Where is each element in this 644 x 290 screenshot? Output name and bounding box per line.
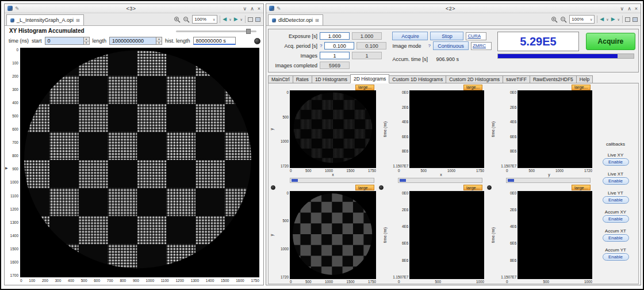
status-led bbox=[271, 185, 275, 190]
tab-help[interactable]: Help bbox=[576, 75, 593, 83]
navigate-forward-icon[interactable]: ▶ bbox=[611, 17, 615, 22]
tab-grid-icon[interactable]: ⊞ bbox=[76, 18, 80, 23]
cura-link[interactable]: CURA bbox=[466, 32, 486, 40]
zoom-level-select[interactable]: 100% ∨ bbox=[569, 15, 595, 24]
close-icon[interactable]: × bbox=[635, 6, 638, 12]
tick-label: 2E6 bbox=[510, 208, 516, 212]
large-button[interactable]: large... bbox=[355, 185, 374, 190]
acq-period-set-field[interactable]: 0.100 bbox=[324, 42, 354, 49]
tab-savetiff[interactable]: saveTIFF bbox=[503, 75, 530, 83]
tab-custom-2d-histograms[interactable]: Custom 2D Histograms bbox=[446, 75, 503, 83]
zmrc-link[interactable]: ZMRC bbox=[471, 42, 492, 50]
images-set-field[interactable]: 1 bbox=[320, 52, 350, 59]
tab-mainctrl[interactable]: MainCtrl bbox=[268, 75, 293, 83]
large-button[interactable]: large... bbox=[355, 85, 374, 90]
zoom-in-icon[interactable] bbox=[174, 16, 181, 23]
spin-down-icon[interactable]: ▼ bbox=[156, 41, 162, 45]
large-button[interactable]: large... bbox=[463, 185, 482, 190]
slider-thumb[interactable] bbox=[292, 179, 298, 182]
tab-rates[interactable]: Rates bbox=[293, 75, 312, 83]
enable-live-yt-button[interactable]: Enable bbox=[603, 196, 629, 204]
length-value[interactable]: 10000000000 bbox=[110, 37, 156, 44]
start-value[interactable]: 0 bbox=[45, 37, 83, 44]
tick-label: 0 bbox=[398, 280, 400, 284]
pin-view-icon[interactable] bbox=[625, 17, 630, 22]
navigate-back-icon[interactable]: ◀ bbox=[600, 17, 604, 22]
tick-label: 1300 bbox=[191, 278, 199, 284]
slider-thumb[interactable] bbox=[508, 179, 514, 182]
tab-grid-icon[interactable]: ⊞ bbox=[315, 18, 319, 23]
minimize-icon[interactable]: ∨ bbox=[243, 6, 247, 12]
tick-label: 4E6 bbox=[510, 120, 516, 124]
intensity-graph-window: ✎ <3> ∨ ∧ × _L_IntensityGraph_A.opi ⊞ 10… bbox=[4, 3, 264, 285]
close-icon[interactable]: × bbox=[258, 6, 260, 12]
zoom-level-select[interactable]: 100% ∨ bbox=[192, 15, 217, 24]
tab-2d-histograms[interactable]: 2D Histograms bbox=[350, 74, 389, 83]
navigate-back-icon[interactable]: ◀ bbox=[223, 17, 227, 22]
slider-thumb[interactable] bbox=[246, 29, 251, 34]
plot-slider[interactable] bbox=[398, 178, 482, 183]
acquire-button[interactable]: Acquire bbox=[392, 32, 428, 40]
slider-thumb[interactable] bbox=[400, 179, 406, 182]
enable-live-xt-button[interactable]: Enable bbox=[603, 177, 629, 185]
plot-slider[interactable] bbox=[506, 178, 591, 183]
stop-button[interactable]: Stop bbox=[430, 32, 463, 40]
titlebar[interactable]: ✎ <2> ∨ ∧ × bbox=[266, 4, 641, 13]
forward-history-chevron-icon[interactable]: ∨ bbox=[240, 17, 243, 21]
tab-custom-1d-histograms[interactable]: Custom 1D Histograms bbox=[389, 75, 446, 83]
status-led[interactable] bbox=[254, 38, 260, 44]
large-button[interactable]: large... bbox=[572, 85, 591, 90]
count-rate-display: 5.29E5 bbox=[497, 32, 579, 51]
zoom-out-icon[interactable] bbox=[183, 16, 190, 23]
help-icon[interactable]: ? bbox=[320, 43, 322, 48]
tick-label: 0E0 bbox=[510, 191, 516, 195]
plot-area bbox=[290, 90, 376, 168]
spin-down-icon[interactable]: ▼ bbox=[84, 41, 89, 45]
start-input[interactable]: 0 ▲▼ bbox=[45, 37, 90, 45]
image-mode-select[interactable]: Continuous bbox=[433, 41, 469, 50]
callback-label: Live XT bbox=[608, 171, 623, 177]
maximize-icon[interactable]: ∧ bbox=[627, 6, 631, 12]
zoom-out-icon[interactable] bbox=[560, 16, 567, 23]
y-axis-label: time (ns) bbox=[377, 191, 393, 280]
maximize-view-icon[interactable] bbox=[255, 17, 260, 22]
tick-label: 0 bbox=[506, 280, 508, 284]
back-history-chevron-icon[interactable]: ∨ bbox=[229, 17, 231, 21]
back-history-chevron-icon[interactable]: ∨ bbox=[606, 17, 608, 21]
pin-view-icon[interactable] bbox=[248, 17, 253, 22]
titlebar[interactable]: ✎ <3> ∨ ∧ × bbox=[5, 4, 263, 13]
length-input[interactable]: 10000000000 ▲▼ bbox=[109, 37, 162, 45]
tab-dld-detector-opi[interactable]: dldDetector.opi ⊞ bbox=[268, 14, 323, 25]
tick-label: 500 bbox=[305, 280, 312, 284]
help-icon[interactable]: ? bbox=[428, 43, 430, 48]
hist-length-input[interactable]: 800000000 s bbox=[193, 37, 236, 45]
zoom-in-icon[interactable] bbox=[551, 16, 558, 23]
maximize-view-icon[interactable] bbox=[632, 17, 638, 22]
intensity-slider[interactable] bbox=[176, 30, 256, 32]
tick-label: 600 bbox=[12, 127, 18, 131]
minimize-icon[interactable]: ∨ bbox=[620, 6, 624, 12]
tick-label: 1720 bbox=[281, 275, 289, 279]
tick-label: 0 bbox=[286, 191, 289, 195]
acquire-big-button[interactable]: Acquire bbox=[586, 33, 635, 50]
enable-accum-xy-button[interactable]: Enable bbox=[603, 215, 629, 223]
enable-live-xy-button[interactable]: Enable bbox=[603, 158, 629, 166]
desktop: { "left_window": { "titlebar": { "title"… bbox=[0, 0, 644, 290]
exposure-set-field[interactable]: 1.000 bbox=[320, 32, 350, 40]
large-button[interactable]: large... bbox=[463, 85, 482, 90]
tab-intensity-graph-opi[interactable]: _L_IntensityGraph_A.opi ⊞ bbox=[6, 14, 84, 25]
image-mode-label: Image mode bbox=[392, 43, 425, 49]
forward-history-chevron-icon[interactable]: ∨ bbox=[618, 17, 620, 21]
tick-label: 1.1507E7 bbox=[393, 275, 408, 279]
tick-label: 500 bbox=[282, 219, 289, 223]
length-spinner[interactable]: ▲▼ bbox=[156, 37, 162, 44]
navigate-forward-icon[interactable]: ▶ bbox=[234, 17, 238, 22]
enable-accum-yt-button[interactable]: Enable bbox=[603, 253, 629, 261]
maximize-icon[interactable]: ∧ bbox=[250, 6, 254, 12]
tab-1d-histograms[interactable]: 1D Histograms bbox=[312, 75, 351, 83]
enable-accum-xt-button[interactable]: Enable bbox=[603, 234, 629, 242]
tab-rawevents2hdf5[interactable]: RawEvents2HDF5 bbox=[530, 75, 577, 83]
start-spinner[interactable]: ▲▼ bbox=[83, 37, 89, 44]
large-button[interactable]: large... bbox=[572, 185, 591, 190]
plot-slider[interactable] bbox=[290, 178, 374, 183]
